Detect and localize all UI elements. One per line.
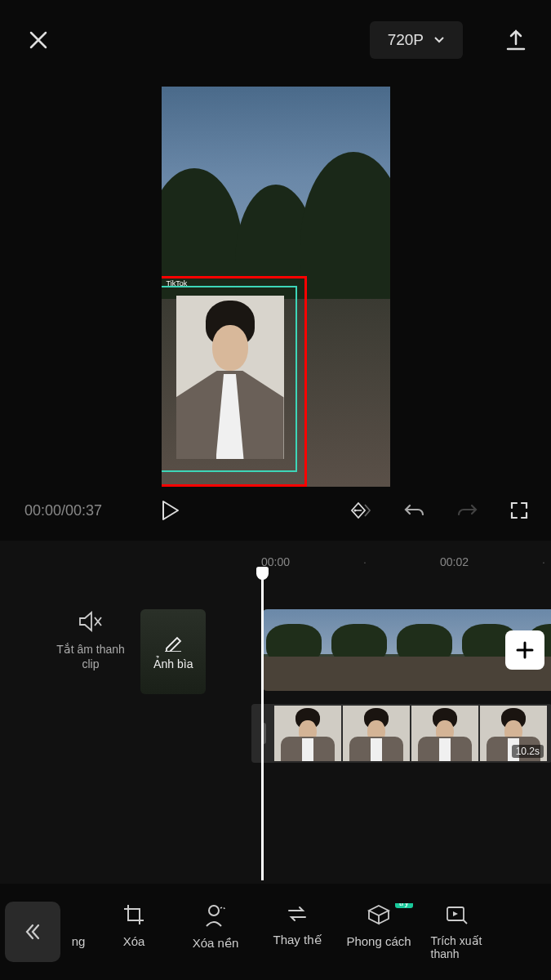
overlay-frame (411, 706, 478, 761)
plus-icon (516, 641, 534, 659)
time-display: 00:00/00:37 (24, 502, 102, 519)
try-badge: try (395, 903, 413, 908)
resolution-label: 720P (388, 31, 424, 49)
chevron-down-icon (433, 36, 445, 44)
redo-button[interactable] (455, 498, 479, 523)
timeline[interactable]: 00:00 · 00:02 · Tắt âm thanh clip Ảnh bì… (0, 541, 551, 900)
keyframe-button[interactable] (350, 498, 375, 523)
toolbar-item-style[interactable]: try Phong cách (338, 903, 420, 960)
playhead[interactable] (261, 570, 264, 880)
svg-point-3 (209, 906, 219, 915)
cover-image-button[interactable]: Ảnh bìa (140, 609, 206, 694)
add-clip-button[interactable] (505, 630, 544, 670)
undo-button[interactable] (402, 498, 427, 523)
cube-icon (367, 903, 391, 926)
toolbar-item-partial[interactable]: ng (64, 903, 93, 960)
overlay-source-label: TikTok (167, 279, 188, 287)
toolbar-item-extract-audio[interactable]: Trích xuấtthanh (420, 903, 493, 960)
export-button[interactable] (504, 28, 528, 52)
resolution-selector[interactable]: 720P (370, 21, 463, 59)
extract-audio-icon (445, 903, 468, 926)
overlay-track[interactable]: 10.2s (251, 704, 551, 763)
track-frame (327, 609, 392, 691)
fullscreen-button[interactable] (507, 498, 531, 523)
mute-label: Tắt âm thanh clip (54, 642, 127, 671)
toolbar-item-replace[interactable]: Thay thế (256, 903, 338, 960)
timeline-ruler: 00:00 · 00:02 · (0, 555, 551, 568)
clip-duration-badge: 10.2s (512, 745, 544, 758)
repeat-icon (285, 903, 309, 924)
toolbar-item-remove-bg[interactable]: Xóa nền (175, 903, 256, 960)
bottom-toolbar: ng Xóa Xóa nền Thay thế try Phong cách T… (0, 884, 551, 980)
toolbar-back-button[interactable] (5, 902, 60, 962)
mute-clip-button[interactable]: Tắt âm thanh clip (54, 609, 127, 694)
tutorial-highlight-box (162, 276, 307, 487)
person-remove-bg-icon (204, 903, 227, 928)
video-preview[interactable]: TikTok (0, 80, 551, 495)
overlay-frame (343, 706, 410, 761)
overlay-frame: 10.2s (480, 706, 547, 761)
speaker-mute-icon (77, 609, 104, 634)
play-button[interactable] (158, 498, 182, 523)
cover-label: Ảnh bìa (153, 657, 193, 671)
crop-icon (122, 903, 145, 926)
edit-icon (163, 632, 183, 652)
close-button[interactable] (26, 28, 51, 52)
track-frame (261, 609, 327, 691)
overlay-frame (274, 706, 341, 761)
toolbar-item-crop[interactable]: Xóa (93, 903, 175, 960)
chevron-double-left-icon (22, 921, 43, 942)
track-frame (392, 609, 457, 691)
